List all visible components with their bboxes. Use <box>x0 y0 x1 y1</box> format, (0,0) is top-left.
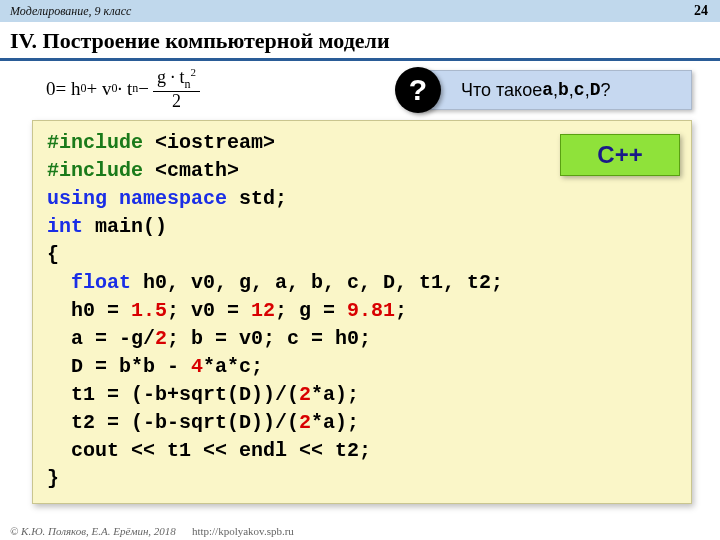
formula-eq: = h <box>56 78 81 100</box>
formula: 0 = h0 + v0 · tn − g · tn2 2 <box>46 66 200 112</box>
footer-url: http://kpolyakov.spb.ru <box>192 525 294 537</box>
code-l7a: h0 = <box>47 299 131 322</box>
formula-frac-num-g: g · t <box>157 67 185 87</box>
code-line-8: a = -g/2; b = v0; c = h0; <box>47 325 677 353</box>
formula-minus: − <box>138 78 149 100</box>
code-line-3: using namespace std; <box>47 185 677 213</box>
kw-using: using <box>47 187 119 210</box>
code-l6-vars: h0, v0, g, a, b, c, D, t1, t2; <box>143 271 503 294</box>
question-callout: ? Что такое a, b, c, D ? <box>412 70 692 110</box>
formula-lhs: 0 <box>46 78 56 100</box>
code-line-13: } <box>47 465 677 493</box>
code-line-7: h0 = 1.5; v0 = 12; g = 9.81; <box>47 297 677 325</box>
code-line-6: float h0, v0, g, a, b, c, D, t1, t2; <box>47 269 677 297</box>
code-l3-std: std; <box>239 187 287 210</box>
question-icon: ? <box>395 67 441 113</box>
code-l2-lib: <cmath> <box>155 159 239 182</box>
code-l6-indent <box>47 271 71 294</box>
code-line-4: int main() <box>47 213 677 241</box>
callout-prefix: Что такое <box>461 80 542 101</box>
course-label: Моделирование, 9 класс <box>10 4 131 19</box>
code-l11a: t2 = (-b-sqrt(D))/( <box>47 411 299 434</box>
code-line-12: cout << t1 << endl << t2; <box>47 437 677 465</box>
kw-include: #include <box>47 159 155 182</box>
code-line-11: t2 = (-b-sqrt(D))/(2*a); <box>47 409 677 437</box>
code-l4-main: main() <box>95 215 167 238</box>
page-number: 24 <box>694 3 708 19</box>
kw-namespace: namespace <box>119 187 239 210</box>
language-badge: C++ <box>560 134 680 176</box>
formula-frac-num-sub: n <box>184 77 190 91</box>
callout-qmark: ? <box>601 80 611 101</box>
code-line-10: t1 = (-b+sqrt(D))/(2*a); <box>47 381 677 409</box>
callout-d: D <box>590 80 601 100</box>
code-l11c: *a); <box>311 411 359 434</box>
code-l10a: t1 = (-b+sqrt(D))/( <box>47 383 299 406</box>
formula-frac-num-sup: 2 <box>190 66 196 78</box>
lit-2b: 2 <box>299 383 311 406</box>
footer: © К.Ю. Поляков, Е.А. Ерёмин, 2018 http:/… <box>0 522 720 540</box>
lit-4: 4 <box>191 355 203 378</box>
page-title: IV. Построение компьютерной модели <box>0 22 720 58</box>
code-l7c: ; v0 = <box>167 299 251 322</box>
lit-2c: 2 <box>299 411 311 434</box>
code-l8a: a = -g/ <box>47 327 155 350</box>
lit-2a: 2 <box>155 327 167 350</box>
formula-frac-num: g · tn2 <box>153 66 200 92</box>
formula-plus1: + v <box>86 78 111 100</box>
header-strip: Моделирование, 9 класс 24 <box>0 0 720 22</box>
kw-include: #include <box>47 131 155 154</box>
formula-dot: · t <box>117 78 132 100</box>
callout-c: c <box>574 80 585 100</box>
code-block: #include <iostream> #include <cmath> usi… <box>32 120 692 504</box>
kw-int: int <box>47 215 95 238</box>
callout-b: b <box>558 80 569 100</box>
lit-9-81: 9.81 <box>347 299 395 322</box>
formula-frac: g · tn2 2 <box>153 66 200 112</box>
code-l10c: *a); <box>311 383 359 406</box>
code-l9a: D = b*b - <box>47 355 191 378</box>
code-l1-lib: <iostream> <box>155 131 275 154</box>
code-line-9: D = b*b - 4*a*c; <box>47 353 677 381</box>
title-underline <box>0 58 720 61</box>
formula-frac-den: 2 <box>168 92 185 112</box>
kw-float: float <box>71 271 143 294</box>
copyright: © К.Ю. Поляков, Е.А. Ерёмин, 2018 <box>10 525 176 537</box>
lit-1-5: 1.5 <box>131 299 167 322</box>
code-l7g: ; <box>395 299 407 322</box>
code-l7e: ; g = <box>275 299 347 322</box>
code-l8c: ; b = v0; c = h0; <box>167 327 371 350</box>
lit-12: 12 <box>251 299 275 322</box>
callout-a: a <box>542 80 553 100</box>
code-l9c: *a*c; <box>203 355 263 378</box>
code-line-5: { <box>47 241 677 269</box>
